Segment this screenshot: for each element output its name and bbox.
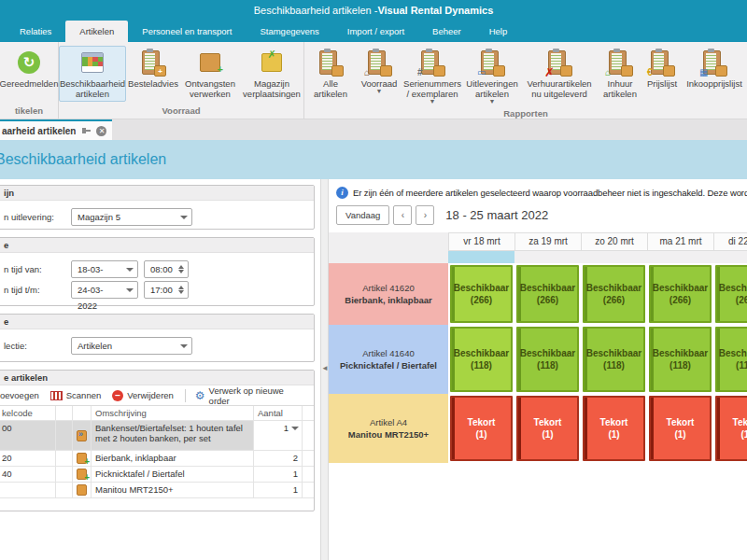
availability-cell[interactable]: Tekort(1) <box>450 396 513 461</box>
table-row[interactable]: 20 Bierbank, inklapbaar 2 <box>0 451 314 467</box>
artikelen-group-header: e artikelen <box>0 371 314 385</box>
window-titlebar: Beschikbaarheid artikelen - Visual Renta… <box>0 0 747 21</box>
besteladvies-icon: + <box>140 49 166 77</box>
menu-tab-relaties[interactable]: Relaties <box>6 21 65 42</box>
inkoopprijslijst-button[interactable]: ▦ Inkoopprijslijst <box>682 46 747 91</box>
datum-van-label: n tijd van: <box>4 264 71 274</box>
chevron-down-icon <box>180 344 188 348</box>
ribbon-group-voorraad-label: Voorraad <box>59 105 303 119</box>
selectie-select[interactable]: Artikelen <box>71 337 192 355</box>
availability-cell[interactable]: Beschikbaar(118) <box>583 327 645 392</box>
magazijn-group-header: ijn <box>0 186 314 201</box>
serienummers-button[interactable]: # Serienummers / exemplaren ▼ <box>402 46 463 107</box>
selectie-groupbox: e lectie: Artikelen <box>0 314 315 362</box>
panel-splitter[interactable]: ◄ <box>320 179 329 560</box>
availability-cell[interactable]: Tekort(1) <box>583 396 645 461</box>
availability-panel: i Er zijn één of meerdere artikelen gese… <box>329 179 747 560</box>
selectie-group-header: e <box>0 315 314 329</box>
today-button[interactable]: Vandaag <box>336 205 389 225</box>
column-artikelcode[interactable]: kelcode <box>0 406 56 420</box>
day-column-header: za 19 mrt <box>514 232 581 263</box>
quantity-editor[interactable]: 1 <box>254 421 303 450</box>
toevoegen-button[interactable]: oevoegen <box>0 390 39 400</box>
menu-tab-stamgegevens[interactable]: Stamgegevens <box>246 21 332 42</box>
availability-cell[interactable]: Tekort(1) <box>516 396 579 461</box>
day-column-header: di 22 mrt <box>713 232 747 263</box>
remove-icon: − <box>112 390 123 401</box>
beschikbaarheid-artikelen-button[interactable]: Beschikbaarheid artikelen <box>59 46 126 102</box>
magazijn-select[interactable]: Magazijn 5 <box>71 208 192 226</box>
verhuurartikelen-button[interactable]: ✗ Verhuurartikelen nu uitgeleverd <box>521 46 598 102</box>
table-row[interactable]: 40 Picknicktafel / Biertafel 1 <box>0 467 314 483</box>
spin-down-icon[interactable] <box>178 270 184 273</box>
ribbon-group-voorraad: Beschikbaarheid artikelen + Besteladvies… <box>59 42 304 119</box>
menu-tab-beheer[interactable]: Beheer <box>418 21 475 42</box>
availability-cell[interactable]: Beschikbaar(266) <box>516 265 579 323</box>
forklift-icon: ✗ <box>259 49 285 77</box>
menu-tab-personeel[interactable]: Personeel en transport <box>128 21 246 42</box>
tab-beschikbaarheid-artikelen[interactable]: aarheid artikelen ✕ <box>0 119 112 140</box>
magazijn-groupbox: ijn n uitlevering: Magazijn 5 <box>0 185 315 230</box>
availability-cell[interactable]: Beschikbaar(266) <box>450 265 513 323</box>
window-title-app: Visual Rental Dynamics <box>377 5 493 16</box>
day-column-header: zo 20 mrt <box>581 232 647 263</box>
article-row-label: Artikel 41640 Picknicktafel / Biertafel <box>329 325 448 394</box>
spin-up-icon[interactable] <box>178 286 184 289</box>
menu-tab-import-export[interactable]: Import / export <box>333 21 418 42</box>
menubar: Relaties Artikelen Personeel en transpor… <box>0 21 747 42</box>
time-from-field[interactable]: 08:00 <box>144 260 189 278</box>
column-aantal[interactable]: Aantal <box>254 406 303 420</box>
availability-cell[interactable]: Beschikbaar(118) <box>450 327 513 392</box>
time-to-field[interactable]: 17:00 <box>144 281 189 299</box>
page-title: Beschikbaarheid artikelen <box>0 151 166 168</box>
inhuur-artikelen-button[interactable]: ⌂ Inhuur artikelen <box>598 46 642 102</box>
availability-cell[interactable]: Beschikbaar(266) <box>715 265 747 323</box>
besteladvies-button[interactable]: + Besteladvies <box>126 46 180 91</box>
sub-rent-icon: ⌂ <box>607 49 633 77</box>
menu-tab-help[interactable]: Help <box>475 21 522 42</box>
dropdown-arrow-icon: ▼ <box>430 99 436 105</box>
column-omschrijving[interactable]: Omschrijving <box>92 406 254 420</box>
verwerk-order-button[interactable]: ⚙ Verwerk op nieuwe order <box>195 385 301 406</box>
date-to-field[interactable]: 24-03-2022 <box>71 281 138 299</box>
menu-tab-artikelen[interactable]: Artikelen <box>65 21 128 42</box>
availability-cell[interactable]: Beschikbaar(118) <box>715 327 747 392</box>
date-from-field[interactable]: 18-03-2022 <box>71 260 138 278</box>
stock-report-icon: ⌂ <box>366 49 392 77</box>
date-navigation: Vandaag ‹ › 18 - 25 maart 2022 <box>336 205 747 225</box>
all-articles-icon <box>317 49 344 77</box>
prijslijst-button[interactable]: € Prijslijst <box>642 46 682 91</box>
table-row[interactable]: 00 Bankenset/Biertafelset: 1 houten tafe… <box>0 421 314 451</box>
collapse-arrow-icon[interactable]: ◄ <box>321 364 329 372</box>
spin-down-icon[interactable] <box>178 290 184 294</box>
voorraad-rapport-button[interactable]: ⌂ Voorraad ▼ <box>357 46 402 97</box>
uitleveringen-button[interactable]: ▭ Uitleveringen artikelen ▼ <box>463 46 521 107</box>
availability-cell[interactable]: Beschikbaar(266) <box>583 265 645 323</box>
chevron-down-icon <box>126 268 134 272</box>
spin-up-icon[interactable] <box>178 265 184 269</box>
availability-cell[interactable]: Tekort(1) <box>649 396 712 461</box>
page-header: Beschikbaarheid artikelen <box>0 140 747 179</box>
availability-row: Artikel A4 Manitou MRT2150+ Tekort(1) Te… <box>329 394 747 463</box>
magazijn-verplaatsingen-button[interactable]: ✗ Magazijn verplaatsingen <box>240 46 303 102</box>
pin-icon[interactable] <box>81 126 91 135</box>
availability-cell[interactable]: Beschikbaar(266) <box>649 265 712 323</box>
next-week-button[interactable]: › <box>416 205 434 225</box>
info-banner: i Er zijn één of meerdere artikelen gese… <box>336 187 747 199</box>
close-icon[interactable]: ✕ <box>96 126 106 136</box>
scannen-button[interactable]: Scannen <box>50 390 102 400</box>
document-tabstrip: aarheid artikelen ✕ <box>0 119 747 140</box>
gereedmelden-button[interactable]: ↻ Gereedmelden <box>1 46 57 91</box>
ontvangsten-verwerken-button[interactable]: + Ontvangsten verwerken <box>180 46 240 102</box>
verwijderen-button[interactable]: − Verwijderen <box>112 390 174 401</box>
day-column-header: ma 21 mrt <box>647 232 713 263</box>
availability-cell[interactable]: Tekort(1) <box>715 396 747 461</box>
dropdown-arrow-icon: ▼ <box>376 89 383 94</box>
availability-cell[interactable]: Beschikbaar(118) <box>516 327 579 392</box>
table-row[interactable]: Manitou MRT2150+ 1 <box>0 483 314 498</box>
alle-artikelen-button[interactable]: Alle artikelen <box>304 46 357 102</box>
availability-cell[interactable]: Beschikbaar(118) <box>649 327 712 392</box>
prev-week-button[interactable]: ‹ <box>393 205 412 225</box>
date-range-label: 18 - 25 maart 2022 <box>445 208 548 222</box>
info-icon: i <box>336 187 348 199</box>
